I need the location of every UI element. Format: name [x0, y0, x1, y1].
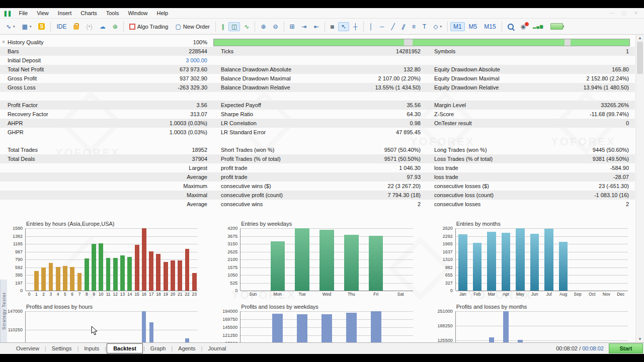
shapes-icon[interactable]: ◇▾: [430, 22, 445, 31]
text-tool-icon[interactable]: T: [420, 22, 429, 31]
mt5-window: ❚❚ FileViewInsertChartsToolsWindowHelp —…: [0, 8, 644, 354]
menu-help[interactable]: Help: [152, 9, 173, 17]
tab-journal[interactable]: Journal: [203, 344, 231, 352]
web-terminal-icon[interactable]: ⊕: [110, 22, 121, 31]
candles-chart-icon[interactable]: ◫: [228, 22, 240, 31]
bar-May: [516, 228, 525, 291]
table-gap: [0, 137, 635, 145]
bar-22: [185, 249, 190, 291]
app-logo-icon: ❚❚: [3, 10, 11, 17]
trendline-icon[interactable]: ╱: [388, 22, 398, 31]
zoom-out-icon[interactable]: ⊖: [270, 22, 281, 31]
vertical-line-icon[interactable]: │: [366, 22, 376, 31]
tab-agents[interactable]: Agents: [173, 344, 200, 352]
strategy-tester-side-label: Strategy Tester: [0, 280, 7, 342]
signals-icon[interactable]: (•): [83, 22, 95, 31]
menu-view[interactable]: View: [32, 9, 53, 17]
table-cell: Gross Profit937 302.90: [0, 75, 213, 81]
fibonacci-icon[interactable]: ≡: [409, 22, 419, 31]
cloud-icon[interactable]: ☁: [97, 22, 109, 31]
tab-backtest[interactable]: Backtest: [107, 343, 143, 353]
new-order-button[interactable]: ▢New Order: [172, 22, 213, 31]
screenshot-camera-icon[interactable]: ◙: [328, 22, 337, 31]
table-cell: Profit Trades (% of total)9571 (50.50%): [213, 156, 427, 162]
bar-21: [178, 260, 182, 291]
new-chart-icon[interactable]: ∿▾: [3, 22, 18, 31]
algo-trading-button[interactable]: Algo Trading: [126, 22, 172, 31]
x-axis: JanFebMarAprMayJunJulAugSepOctNovDec: [456, 292, 628, 297]
bar-20: [171, 260, 175, 291]
bar-Wed: [319, 230, 334, 291]
profiles-icon[interactable]: ▦▾: [19, 22, 35, 31]
bars-chart-icon[interactable]: ∥: [218, 22, 227, 31]
maximize-button[interactable]: ▢: [622, 11, 626, 16]
minimize-button[interactable]: —: [609, 11, 614, 16]
tab-settings[interactable]: Settings: [47, 344, 77, 352]
search-icon[interactable]: [505, 22, 517, 31]
scroll-up-icon[interactable]: ▲: [636, 36, 644, 40]
scroll-down-icon[interactable]: ▼: [636, 337, 644, 341]
timeframe-m1-button[interactable]: M1: [450, 22, 465, 31]
connection-signal-icon[interactable]: ▂▄▆: [530, 23, 546, 30]
horizontal-line-icon[interactable]: ─: [377, 22, 387, 31]
table-cell: consecutive wins2: [213, 201, 427, 207]
table-cell: Margin Level33265.26%: [427, 102, 635, 108]
chart: Profits and losses by weekdays1940001697…: [222, 304, 413, 342]
tab-graph[interactable]: Graph: [145, 344, 171, 352]
bar-17: [149, 251, 153, 291]
bar-7: [77, 273, 82, 291]
y-axis: 14700011025073500367500: [7, 311, 25, 342]
table-cell: AHPR1.0003 (0.03%): [0, 120, 213, 126]
backtest-report: × YOFOREX YOFOREX YOFOREX YOFOREX YOFORE…: [0, 35, 644, 342]
bar-May: [518, 340, 523, 342]
metaeditor-ide-icon[interactable]: IDE: [53, 22, 69, 31]
bar-Jun: [530, 234, 539, 291]
timeframe-m5-button[interactable]: M5: [466, 22, 480, 31]
notifications-icon[interactable]: ◉: [518, 22, 529, 31]
tab-overview[interactable]: Overview: [11, 344, 44, 352]
menu-charts[interactable]: Charts: [76, 9, 101, 17]
line-chart-icon[interactable]: ∿: [241, 22, 252, 31]
table-cell: Z-Score-11.68 (99.74%): [427, 111, 635, 117]
table-cell: Loss Trades (% of total)9381 (49.50%): [427, 156, 635, 162]
cursor-icon[interactable]: ↖: [338, 22, 349, 31]
table-row: Profit Factor3.56Expected Payoff35.56Mar…: [0, 101, 635, 110]
market-icon[interactable]: [70, 22, 82, 31]
tab-separator: |: [45, 345, 46, 351]
menu-window[interactable]: Window: [123, 9, 152, 17]
mql5-community-icon[interactable]: S: [35, 22, 48, 31]
channel-icon[interactable]: ∥: [399, 22, 408, 31]
dock-right-icon[interactable]: ⇥: [299, 22, 310, 31]
tile-windows-icon[interactable]: ⊞: [287, 22, 298, 31]
table-row: Gross Loss-263 329.30Balance Drawdown Re…: [0, 83, 635, 92]
menu-file[interactable]: File: [14, 9, 32, 17]
scrollbar-thumb[interactable]: [637, 42, 643, 74]
dock-left-icon[interactable]: ⇤: [311, 22, 322, 31]
bar-Aug: [559, 242, 568, 291]
connection-battery-icon[interactable]: [547, 22, 566, 31]
menu-insert[interactable]: Insert: [53, 9, 76, 17]
table-row: History Quality100%: [0, 38, 635, 47]
table-cell: Equity Drawdown Absolute165.80: [427, 66, 635, 72]
chart: Profits and losses by months251000188250…: [437, 304, 628, 342]
chart: Profits and losses by hours1470001102507…: [7, 304, 198, 342]
tab-bar: Overview|Settings|Inputs|Backtest|Graph|…: [0, 342, 644, 354]
chart-title: Profits and losses by months: [456, 304, 628, 310]
timeframe-m15-button[interactable]: M15: [481, 22, 499, 31]
bar-Wed: [321, 314, 332, 342]
tab-inputs[interactable]: Inputs: [79, 344, 104, 352]
table-cell: Symbols1: [427, 48, 635, 54]
vertical-scrollbar[interactable]: ▲ ▼: [635, 35, 644, 342]
table-cell: consecutive losses ($)23 (-651.30): [427, 183, 635, 189]
y-axis: 1940001697501455001212509700072750485002…: [222, 311, 240, 342]
close-button[interactable]: ✕: [634, 11, 638, 16]
menu-tools[interactable]: Tools: [102, 9, 124, 17]
tabs: Overview|Settings|Inputs|Backtest|Graph|…: [11, 345, 231, 351]
bar-18: [156, 254, 160, 291]
start-button[interactable]: Start: [609, 343, 643, 353]
crosshair-icon[interactable]: ┼: [350, 22, 361, 31]
table-cell: Equity Drawdown Maximal2 152.80 (2.24%): [427, 75, 635, 81]
table-cell: consecutive wins ($)22 (3 267.20): [213, 183, 427, 189]
zoom-in-icon[interactable]: ⊕: [258, 22, 269, 31]
table-cell: Maximal: [0, 192, 213, 198]
